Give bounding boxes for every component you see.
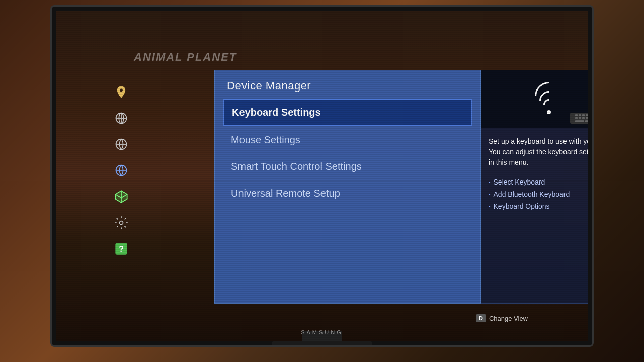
change-view-text: Change View xyxy=(489,315,528,322)
bullet-dot-2: • xyxy=(489,192,491,197)
info-image xyxy=(481,70,588,128)
info-bullet-select-keyboard: • Select Keyboard xyxy=(489,176,588,188)
wifi-dot xyxy=(547,110,551,114)
tv-stand-base xyxy=(272,341,372,345)
tv-bezel: ANIMAL PLANET xyxy=(50,5,594,347)
change-view-hint: D Change View xyxy=(476,314,528,322)
svg-point-6 xyxy=(120,221,123,225)
menu-list: Keyboard Settings Mouse Settings Smart T… xyxy=(215,99,480,206)
bullet-dot-3: • xyxy=(489,204,491,209)
wifi-icon xyxy=(531,84,567,114)
info-panel: Set up a keyboard to use with your TV. Y… xyxy=(481,70,588,304)
svg-text:?: ? xyxy=(119,244,124,253)
info-description: Set up a keyboard to use with your TV. Y… xyxy=(481,128,588,172)
support-icon[interactable]: ? xyxy=(110,238,132,260)
samsung-logo: SAMSUNG xyxy=(301,329,343,335)
settings-icon[interactable] xyxy=(110,212,132,234)
watermark: ANIMAL PLANET xyxy=(134,51,237,64)
globe-icon[interactable] xyxy=(110,133,132,155)
info-bullet-add-bluetooth: • Add Bluetooth Keyboard xyxy=(489,188,588,200)
select-keyboard-label: Select Keyboard xyxy=(494,178,545,186)
menu-item-keyboard-settings[interactable]: Keyboard Settings xyxy=(223,99,472,126)
panel-title: Device Manager xyxy=(215,70,480,99)
apps-icon[interactable] xyxy=(110,186,132,208)
d-button-label: D xyxy=(476,314,486,322)
add-bluetooth-label: Add Bluetooth Keyboard xyxy=(494,190,570,198)
internet-icon[interactable] xyxy=(110,159,132,182)
info-bullets-list: • Select Keyboard • Add Bluetooth Keyboa… xyxy=(481,172,588,216)
tv-inner: ANIMAL PLANET xyxy=(56,11,588,341)
sidebar: ? xyxy=(110,81,138,260)
network-icon[interactable] xyxy=(110,107,132,129)
keyboard-options-label: Keyboard Options xyxy=(494,202,550,210)
tv-screen: ANIMAL PLANET xyxy=(0,0,644,362)
keyboard-small-icon xyxy=(570,113,588,124)
menu-item-universal-remote[interactable]: Universal Remote Setup xyxy=(223,180,472,206)
main-panel: Device Manager Keyboard Settings Mouse S… xyxy=(214,70,481,304)
menu-item-mouse-settings[interactable]: Mouse Settings xyxy=(223,127,472,153)
menu-item-smart-touch-control[interactable]: Smart Touch Control Settings xyxy=(223,154,472,179)
info-bullet-keyboard-options: • Keyboard Options xyxy=(489,200,588,212)
map-icon[interactable] xyxy=(110,81,132,103)
bullet-dot-1: • xyxy=(489,179,491,185)
